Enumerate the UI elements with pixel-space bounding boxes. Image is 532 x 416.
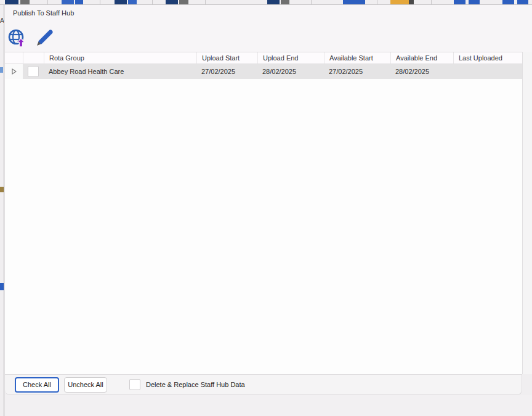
edit-button[interactable] [34,28,54,48]
column-header-last-uploaded[interactable]: Last Uploaded [453,52,522,63]
delete-replace-checkbox[interactable] [129,379,140,390]
ribbon-icon-fragment[interactable] [179,0,188,4]
ribbon-icon-fragment[interactable] [166,0,178,4]
ribbon-separator [205,0,206,4]
delete-replace-label: Delete & Replace Staff Hub Data [146,381,245,388]
column-header-rota-group[interactable]: Rota Group [44,52,196,63]
rota-table: Rota Group Upload Start Upload End Avail… [5,52,522,374]
ribbon-icon-fragment[interactable] [469,0,480,4]
ribbon-icon-fragment[interactable] [75,0,83,4]
dialog-footer: Check All Uncheck All Delete & Replace S… [5,374,522,395]
cell-upload-end: 28/02/2025 [257,68,324,75]
column-header-upload-start[interactable]: Upload Start [196,52,257,63]
ribbon-separator [47,0,48,4]
dialog-title: Publish To Staff Hub [13,9,74,17]
ribbon-icon-fragment[interactable] [5,0,18,4]
cell-rota-group: Abbey Road Health Care [44,68,196,75]
sidebar-icon-fragment [0,187,4,192]
ribbon-icon-fragment[interactable] [267,0,280,4]
globe-upload-icon [7,28,27,48]
cell-upload-start: 27/02/2025 [196,68,257,75]
expander-column-header [5,52,23,63]
background-sidebar-sliver: A [0,5,4,416]
ribbon-icon-fragment[interactable] [409,0,414,4]
table-right-margin [522,52,532,374]
ribbon-icon-fragment[interactable] [62,0,74,4]
column-header-available-end[interactable]: Available End [390,52,453,63]
ribbon-icon-fragment[interactable] [390,0,409,4]
check-all-button[interactable]: Check All [15,377,59,393]
ribbon-icon-fragment[interactable] [517,0,528,4]
publish-dialog-header: Publish To Staff Hub [5,5,532,52]
background-ribbon [0,0,532,5]
cell-available-start: 27/02/2025 [324,68,390,75]
sidebar-icon-fragment [0,283,4,290]
dialog-lower-margin [5,395,532,416]
ribbon-icon-fragment[interactable] [454,0,465,4]
table-row[interactable]: Abbey Road Health Care 27/02/2025 28/02/… [5,64,522,79]
ribbon-separator [377,0,377,4]
ribbon-icon-fragment[interactable] [128,0,137,4]
cell-available-end: 28/02/2025 [390,68,453,75]
checkbox-column-header [23,52,44,63]
sidebar-text-fragment [0,67,3,73]
sidebar-text-fragment: A [0,17,4,25]
column-header-upload-end[interactable]: Upload End [257,52,324,63]
ribbon-icon-fragment[interactable] [115,0,127,4]
expand-row-icon[interactable] [12,68,17,75]
ribbon-separator [431,0,432,4]
ribbon-separator [100,0,100,4]
publish-to-staff-hub-button[interactable] [7,28,27,48]
ribbon-icon-fragment[interactable] [343,0,365,4]
table-header-row: Rota Group Upload Start Upload End Avail… [5,52,522,64]
ribbon-separator [311,0,312,4]
ribbon-icon-fragment[interactable] [502,0,514,4]
pencil-icon [34,28,54,48]
ribbon-icon-fragment[interactable] [20,0,30,4]
uncheck-all-button[interactable]: Uncheck All [64,377,107,393]
ribbon-separator [152,0,153,4]
ribbon-icon-fragment[interactable] [281,0,289,4]
column-header-available-start[interactable]: Available Start [324,52,390,63]
row-checkbox[interactable] [28,66,39,77]
